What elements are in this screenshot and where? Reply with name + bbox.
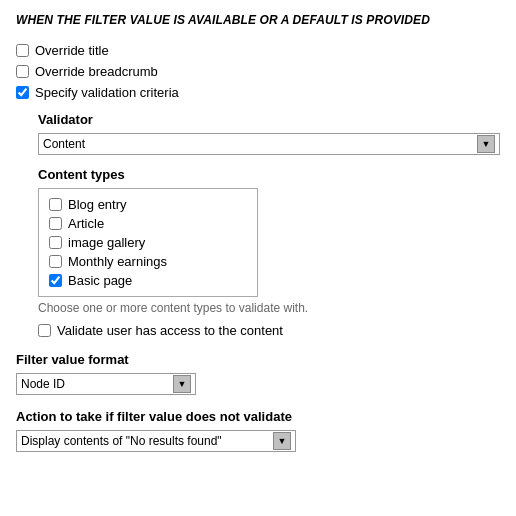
monthly-earnings-label[interactable]: Monthly earnings [68, 254, 167, 269]
header-italic: IS [174, 13, 186, 27]
article-label[interactable]: Article [68, 216, 104, 231]
filter-value-format-label: Filter value format [16, 352, 500, 367]
content-types-box: Blog entry Article image gallery Monthly… [38, 188, 258, 297]
basic-page-checkbox[interactable] [49, 274, 62, 287]
validator-dropdown[interactable]: Content [38, 133, 500, 155]
monthly-earnings-row: Monthly earnings [49, 254, 247, 269]
validate-access-row: Validate user has access to the content [38, 323, 500, 338]
specify-validation-checkbox[interactable] [16, 86, 29, 99]
blog-entry-checkbox[interactable] [49, 198, 62, 211]
filter-value-format-dropdown[interactable]: Node ID [16, 373, 196, 395]
specify-validation-label[interactable]: Specify validation criteria [35, 85, 179, 100]
specify-validation-row: Specify validation criteria [16, 85, 500, 100]
override-breadcrumb-label[interactable]: Override breadcrumb [35, 64, 158, 79]
basic-page-row: Basic page [49, 273, 247, 288]
article-row: Article [49, 216, 247, 231]
filter-value-format-value: Node ID [21, 377, 173, 391]
override-title-row: Override title [16, 43, 500, 58]
content-types-hint: Choose one or more content types to vali… [38, 301, 500, 315]
monthly-earnings-checkbox[interactable] [49, 255, 62, 268]
validator-label: Validator [38, 112, 500, 127]
blog-entry-row: Blog entry [49, 197, 247, 212]
action-arrow[interactable] [273, 432, 291, 450]
override-title-checkbox[interactable] [16, 44, 29, 57]
filter-value-format-arrow[interactable] [173, 375, 191, 393]
filter-value-format-section: Filter value format Node ID [16, 352, 500, 395]
validate-access-label[interactable]: Validate user has access to the content [57, 323, 283, 338]
validator-value: Content [43, 137, 473, 151]
page-header: WHEN THE FILTER VALUE IS AVAILABLE OR A … [16, 12, 500, 29]
image-gallery-checkbox[interactable] [49, 236, 62, 249]
validator-arrow[interactable] [477, 135, 495, 153]
action-value: Display contents of "No results found" [21, 434, 273, 448]
article-checkbox[interactable] [49, 217, 62, 230]
action-section: Action to take if filter value does not … [16, 409, 500, 452]
image-gallery-label[interactable]: image gallery [68, 235, 145, 250]
override-breadcrumb-row: Override breadcrumb [16, 64, 500, 79]
blog-entry-label[interactable]: Blog entry [68, 197, 127, 212]
image-gallery-row: image gallery [49, 235, 247, 250]
override-breadcrumb-checkbox[interactable] [16, 65, 29, 78]
override-title-label[interactable]: Override title [35, 43, 109, 58]
action-label: Action to take if filter value does not … [16, 409, 500, 424]
header-text-after: AVAILABLE OR A DEFAULT IS PROVIDED [185, 13, 430, 27]
basic-page-label[interactable]: Basic page [68, 273, 132, 288]
action-dropdown[interactable]: Display contents of "No results found" [16, 430, 296, 452]
content-types-label: Content types [38, 167, 500, 182]
header-text-before: WHEN THE FILTER VALUE [16, 13, 174, 27]
validate-access-checkbox[interactable] [38, 324, 51, 337]
